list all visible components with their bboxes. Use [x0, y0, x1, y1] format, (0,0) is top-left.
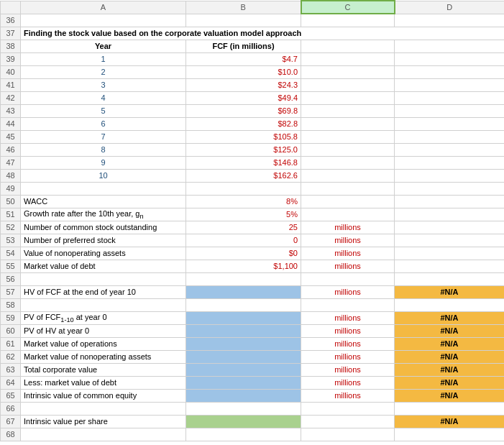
cell-a68[interactable]: [21, 428, 186, 441]
table-row: 58: [1, 298, 505, 311]
cell-c41[interactable]: [301, 78, 395, 91]
cell-c36[interactable]: [301, 14, 395, 27]
fcf-4: $49.4: [186, 91, 301, 104]
cell-d52[interactable]: [395, 221, 505, 234]
cell-c48[interactable]: [301, 169, 395, 182]
fcf-5: $69.8: [186, 104, 301, 117]
row-num: 39: [1, 52, 21, 65]
cell-c47[interactable]: [301, 156, 395, 169]
cell-d43[interactable]: [395, 104, 505, 117]
cell-d40[interactable]: [395, 65, 505, 78]
cell-c68[interactable]: [301, 428, 395, 441]
cell-a56[interactable]: [21, 272, 186, 285]
cell-c51[interactable]: [301, 208, 395, 221]
cell-a49[interactable]: [21, 182, 186, 195]
row-num: 43: [1, 104, 21, 117]
cell-b36[interactable]: [186, 14, 301, 27]
input-less-debt[interactable]: [186, 376, 301, 389]
spreadsheet: A B C D 36 37 Finding the stock value ba…: [0, 0, 504, 441]
label-market-debt: Market value of debt: [21, 260, 186, 272]
cell-a58[interactable]: [21, 298, 186, 311]
input-hv-fcf[interactable]: [186, 285, 301, 298]
table-row: 64 Less: market value of debt millions #…: [1, 376, 505, 389]
cell-d49[interactable]: [395, 182, 505, 195]
input-intrinsic-equity[interactable]: [186, 389, 301, 402]
cell-c56[interactable]: [301, 272, 395, 285]
table-row: 52 Number of common stock outstanding 25…: [1, 221, 505, 234]
cell-c40[interactable]: [301, 65, 395, 78]
table-row: 44 6 $82.8: [1, 117, 505, 130]
cell-d44[interactable]: [395, 117, 505, 130]
cell-c66[interactable]: [301, 402, 395, 415]
cell-d42[interactable]: [395, 91, 505, 104]
cell-d66[interactable]: [395, 402, 505, 415]
cell-c39[interactable]: [301, 52, 395, 65]
row-num: 44: [1, 117, 21, 130]
cell-d48[interactable]: [395, 169, 505, 182]
input-pv-fcf[interactable]: [186, 311, 301, 324]
val-market-debt: $1,100: [186, 260, 301, 272]
cell-c45[interactable]: [301, 130, 395, 143]
unit-pv-fcf: millions: [301, 311, 395, 324]
cell-d36[interactable]: [395, 14, 505, 27]
unit-common-stock: millions: [301, 221, 395, 234]
table-row: 40 2 $10.0: [1, 65, 505, 78]
row-num: 46: [1, 143, 21, 156]
cell-d38[interactable]: [395, 40, 505, 52]
input-total-corp[interactable]: [186, 363, 301, 376]
table-row: 37 Finding the stock value based on the …: [1, 27, 505, 40]
cell-a66[interactable]: [21, 402, 186, 415]
cell-c42[interactable]: [301, 91, 395, 104]
cell-c49[interactable]: [301, 182, 395, 195]
cell-b49[interactable]: [186, 182, 301, 195]
input-intrinsic-per-share[interactable]: [186, 415, 301, 428]
cell-d53[interactable]: [395, 234, 505, 247]
cell-b66[interactable]: [186, 402, 301, 415]
cell-d58[interactable]: [395, 298, 505, 311]
cell-c43[interactable]: [301, 104, 395, 117]
label-less-debt: Less: market value of debt: [21, 376, 186, 389]
row-num: 57: [1, 285, 21, 298]
input-mv-nonop[interactable]: [186, 350, 301, 363]
label-hv-fcf: HV of FCF at the end of year 10: [21, 285, 186, 298]
col-fcf-header: FCF (in millions): [186, 40, 301, 52]
label-total-corp: Total corporate value: [21, 363, 186, 376]
table-row: 62 Market value of nonoperating assets m…: [1, 350, 505, 363]
cell-d46[interactable]: [395, 143, 505, 156]
cell-d56[interactable]: [395, 272, 505, 285]
label-common-stock: Number of common stock outstanding: [21, 221, 186, 234]
label-wacc: WACC: [21, 195, 186, 208]
row-num: 61: [1, 337, 21, 350]
input-mv-operations[interactable]: [186, 337, 301, 350]
fcf-8: $125.0: [186, 143, 301, 156]
cell-c67[interactable]: [301, 415, 395, 428]
cell-d45[interactable]: [395, 130, 505, 143]
cell-a36[interactable]: [21, 14, 186, 27]
cell-c50[interactable]: [301, 195, 395, 208]
cell-c46[interactable]: [301, 143, 395, 156]
cell-c58[interactable]: [301, 298, 395, 311]
cell-d51[interactable]: [395, 208, 505, 221]
cell-c38[interactable]: [301, 40, 395, 52]
cell-b58[interactable]: [186, 298, 301, 311]
cell-b68[interactable]: [186, 428, 301, 441]
cell-d54[interactable]: [395, 247, 505, 260]
unit-less-debt: millions: [301, 376, 395, 389]
year-2: 2: [21, 65, 186, 78]
cell-b56[interactable]: [186, 272, 301, 285]
cell-d41[interactable]: [395, 78, 505, 91]
val-common-stock: 25: [186, 221, 301, 234]
cell-d50[interactable]: [395, 195, 505, 208]
cell-d47[interactable]: [395, 156, 505, 169]
row-num: 54: [1, 247, 21, 260]
row-num: 60: [1, 324, 21, 337]
cell-c44[interactable]: [301, 117, 395, 130]
row-num: 58: [1, 298, 21, 311]
year-4: 4: [21, 91, 186, 104]
cell-d39[interactable]: [395, 52, 505, 65]
cell-d68[interactable]: [395, 428, 505, 441]
row-num: 63: [1, 363, 21, 376]
cell-d55[interactable]: [395, 260, 505, 272]
input-pv-hv[interactable]: [186, 324, 301, 337]
row-num: 40: [1, 65, 21, 78]
